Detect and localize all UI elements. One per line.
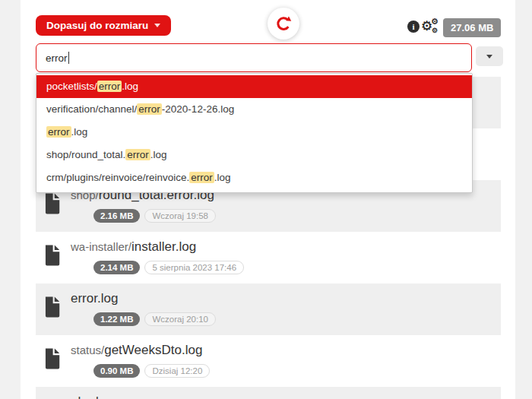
- fit-to-size-label: Dopasuj do rozmiaru: [46, 20, 148, 31]
- file-name: error.log: [71, 291, 118, 306]
- chevron-down-icon: [154, 24, 160, 27]
- content-panel: Dopasuj do rozmiaru i ⚙ ⚙ ⚙ 27.06 MB err…: [21, 0, 515, 399]
- file-row[interactable]: status/getWeeksDto.log 0.90 MB Dzisiaj 1…: [36, 335, 501, 387]
- file-icon: [43, 245, 60, 266]
- suggestion-text: .log: [122, 81, 138, 92]
- gear-icon: ⚙: [431, 17, 439, 26]
- suggestion-item[interactable]: error.log: [36, 121, 472, 144]
- file-title: status/getWeeksDto.log: [71, 343, 202, 358]
- total-size-badge: 27.06 MB: [443, 18, 501, 37]
- suggestion-text: pocketlists/: [46, 81, 97, 92]
- suggestion-item[interactable]: verification/channel/error-2020-12-26.lo…: [36, 98, 472, 121]
- suggestion-text: .log: [71, 126, 88, 138]
- suggestion-item[interactable]: pocketlists/error.log: [36, 75, 472, 98]
- file-meta: 2.16 MB Wczoraj 19:58: [93, 209, 216, 223]
- search-input-value: error: [46, 52, 68, 64]
- file-meta: 0.90 MB Dzisiaj 12:20: [93, 364, 210, 378]
- file-date-badge: Wczoraj 20:10: [144, 312, 216, 326]
- suggestions-dropdown: pocketlists/error.logverification/channe…: [36, 73, 473, 193]
- chevron-down-icon: [486, 55, 492, 59]
- file-size-badge: 0.90 MB: [93, 364, 140, 378]
- suggestion-match-highlight: error: [189, 172, 214, 183]
- suggestion-match-highlight: error: [46, 126, 71, 138]
- file-title: php.log: [71, 394, 113, 399]
- settings-gears-icon[interactable]: ⚙ ⚙ ⚙: [421, 17, 439, 36]
- file-icon: [43, 296, 60, 318]
- gear-icon: ⚙: [432, 27, 438, 34]
- suggestion-text: -2020-12-26.log: [162, 103, 234, 115]
- suggestion-text: .log: [214, 172, 231, 183]
- suggestion-text: .log: [150, 149, 167, 160]
- suggestion-match-highlight: error: [137, 103, 162, 115]
- file-meta: 1.22 MB Wczoraj 20:10: [93, 312, 216, 326]
- suggestion-item[interactable]: crm/plugins/reinvoice/reinvoice.error.lo…: [36, 166, 472, 189]
- file-path-prefix: wa-installer/: [71, 240, 131, 253]
- file-size-badge: 2.14 MB: [93, 261, 140, 274]
- file-date-badge: 5 sierpnia 2023 17:46: [144, 261, 244, 274]
- file-date-badge: Wczoraj 19:58: [144, 209, 216, 223]
- file-icon: [43, 193, 60, 214]
- file-size-badge: 2.16 MB: [93, 209, 140, 223]
- file-path-prefix: status/: [71, 344, 104, 356]
- suggestion-item[interactable]: shop/round_total.error.log: [36, 144, 472, 166]
- file-meta: 2.14 MB 5 sierpnia 2023 17:46: [93, 261, 244, 274]
- suggestion-text: verification/channel/: [46, 103, 137, 115]
- refresh-button[interactable]: [268, 8, 299, 40]
- suggestion-text: shop/round_total.: [46, 149, 125, 160]
- info-icon[interactable]: i: [407, 21, 420, 33]
- file-date-badge: Dzisiaj 12:20: [144, 364, 210, 378]
- suggestion-match-highlight: error: [97, 81, 122, 92]
- suggestion-text: crm/plugins/reinvoice/reinvoice.: [46, 172, 189, 183]
- fit-to-size-button[interactable]: Dopasuj do rozmiaru: [36, 15, 171, 36]
- search-dropdown-toggle[interactable]: [476, 46, 503, 66]
- file-row[interactable]: error.log 1.22 MB Wczoraj 20:10: [36, 283, 501, 335]
- file-row[interactable]: wa-installer/installer.log 2.14 MB 5 sie…: [36, 232, 501, 283]
- file-icon: [43, 348, 60, 369]
- file-name: installer.log: [131, 239, 196, 254]
- file-title: wa-installer/installer.log: [71, 239, 196, 255]
- file-name: php.log: [71, 394, 113, 399]
- file-name: getWeeksDto.log: [104, 343, 202, 357]
- file-size-badge: 1.22 MB: [93, 312, 140, 326]
- file-title: error.log: [71, 291, 118, 306]
- suggestion-match-highlight: error: [125, 149, 150, 160]
- file-row[interactable]: php.log: [36, 387, 501, 399]
- text-cursor: [68, 52, 69, 64]
- search-input[interactable]: error: [36, 43, 472, 72]
- refresh-icon: [275, 15, 292, 32]
